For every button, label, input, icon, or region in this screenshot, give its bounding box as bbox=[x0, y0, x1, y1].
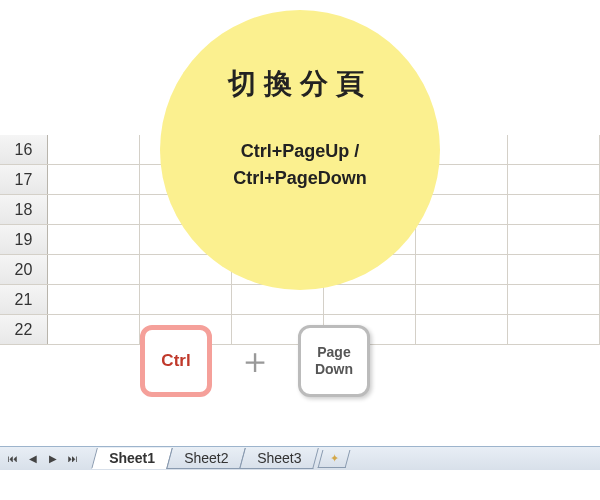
new-sheet-icon: ✦ bbox=[329, 452, 338, 465]
nav-first-button[interactable]: ⏮ bbox=[4, 450, 22, 468]
sheet-tab-bar: ⏮ ◀ ▶ ⏭ Sheet1 Sheet2 Sheet3 ✦ bbox=[0, 446, 600, 470]
tab-label: Sheet3 bbox=[257, 450, 301, 466]
cell[interactable] bbox=[508, 135, 600, 164]
row-header[interactable]: 19 bbox=[0, 225, 48, 254]
sheet-tabs: Sheet1 Sheet2 Sheet3 bbox=[94, 448, 316, 469]
cell[interactable] bbox=[508, 255, 600, 284]
cell[interactable] bbox=[48, 315, 140, 344]
new-sheet-button[interactable]: ✦ bbox=[317, 450, 350, 468]
cell[interactable] bbox=[48, 225, 140, 254]
circle-title: 切換分頁 bbox=[228, 65, 372, 103]
row-header[interactable]: 17 bbox=[0, 165, 48, 194]
sheet-tab-3[interactable]: Sheet3 bbox=[239, 448, 319, 469]
cell[interactable] bbox=[508, 225, 600, 254]
info-circle: 切換分頁 Ctrl+PageUp / Ctrl+PageDown bbox=[160, 10, 440, 290]
cell[interactable] bbox=[48, 285, 140, 314]
tab-label: Sheet2 bbox=[184, 450, 228, 466]
circle-subtitle: Ctrl+PageUp / Ctrl+PageDown bbox=[233, 138, 367, 192]
sheet-tab-2[interactable]: Sheet2 bbox=[166, 448, 246, 469]
pagedown-key: Page Down bbox=[298, 325, 370, 397]
cell[interactable] bbox=[416, 315, 508, 344]
cell[interactable] bbox=[416, 225, 508, 254]
cell[interactable] bbox=[416, 285, 508, 314]
row-header[interactable]: 16 bbox=[0, 135, 48, 164]
cell[interactable] bbox=[324, 285, 416, 314]
cell[interactable] bbox=[48, 255, 140, 284]
row-header[interactable]: 21 bbox=[0, 285, 48, 314]
sheet-tab-1[interactable]: Sheet1 bbox=[91, 448, 173, 469]
nav-next-button[interactable]: ▶ bbox=[44, 450, 62, 468]
cell[interactable] bbox=[508, 285, 600, 314]
cell[interactable] bbox=[48, 165, 140, 194]
cell[interactable] bbox=[508, 315, 600, 344]
ctrl-key: Ctrl bbox=[140, 325, 212, 397]
cell[interactable] bbox=[508, 165, 600, 194]
cell[interactable] bbox=[508, 195, 600, 224]
nav-prev-button[interactable]: ◀ bbox=[24, 450, 42, 468]
bottom-strip bbox=[0, 470, 600, 500]
cell[interactable] bbox=[48, 135, 140, 164]
key-combo: Ctrl ＋ Page Down bbox=[140, 325, 370, 397]
row-header[interactable]: 20 bbox=[0, 255, 48, 284]
row-header[interactable]: 18 bbox=[0, 195, 48, 224]
tab-label: Sheet1 bbox=[109, 450, 155, 466]
row-header[interactable]: 22 bbox=[0, 315, 48, 344]
cell[interactable] bbox=[140, 285, 232, 314]
subtitle-line-2: Ctrl+PageDown bbox=[233, 165, 367, 192]
cell[interactable] bbox=[48, 195, 140, 224]
cell[interactable] bbox=[416, 255, 508, 284]
subtitle-line-1: Ctrl+PageUp / bbox=[233, 138, 367, 165]
plus-icon: ＋ bbox=[237, 337, 273, 386]
nav-last-button[interactable]: ⏭ bbox=[64, 450, 82, 468]
tab-nav-arrows: ⏮ ◀ ▶ ⏭ bbox=[0, 450, 86, 468]
